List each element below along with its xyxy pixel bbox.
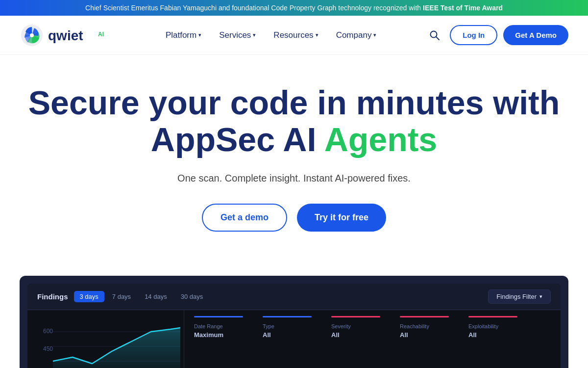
logo-text: qwiet AI bbox=[48, 26, 117, 45]
search-button[interactable] bbox=[425, 26, 444, 45]
exploitability-value: All bbox=[468, 331, 517, 339]
findings-section: Findings 3 days 7 days 14 days 30 days bbox=[37, 291, 209, 302]
hero-try-free-button[interactable]: Try it for free bbox=[297, 204, 386, 232]
dashboard-preview: Findings 3 days 7 days 14 days 30 days F… bbox=[20, 276, 568, 368]
hero-title-ai: AI bbox=[283, 121, 324, 158]
reachability-bar bbox=[400, 316, 449, 317]
severity-bar bbox=[331, 316, 380, 317]
reachability-value: All bbox=[400, 331, 449, 339]
dashboard-content: 600 450 bbox=[27, 310, 561, 368]
nav-platform[interactable]: Platform ▾ bbox=[158, 26, 209, 44]
nav-services[interactable]: Services ▾ bbox=[211, 26, 264, 44]
y-label-600: 600 bbox=[43, 328, 53, 335]
qwiet-logo: qwiet AI bbox=[20, 23, 44, 48]
svg-marker-11 bbox=[53, 328, 180, 368]
navbar-center: Platform ▾ Services ▾ Resources ▾ Compan… bbox=[158, 26, 385, 44]
company-chevron-icon: ▾ bbox=[373, 32, 376, 38]
hero-title-line2: AppSec bbox=[151, 121, 283, 158]
hero-cta-group: Get a demo Try it for free bbox=[20, 204, 568, 232]
top-banner: Chief Scientist Emeritus Fabian Yamaguch… bbox=[0, 0, 588, 16]
dashboard-header: Findings 3 days 7 days 14 days 30 days F… bbox=[27, 284, 561, 310]
type-label: Type bbox=[263, 323, 312, 329]
type-bar bbox=[263, 316, 312, 317]
findings-label: Findings bbox=[37, 292, 68, 301]
filter-type: Type All bbox=[263, 316, 312, 339]
nav-resources[interactable]: Resources ▾ bbox=[266, 26, 326, 44]
services-chevron-icon: ▾ bbox=[253, 32, 256, 38]
severity-value: All bbox=[331, 331, 380, 339]
date-range-bar bbox=[194, 316, 243, 317]
resources-chevron-icon: ▾ bbox=[316, 32, 318, 38]
filter-severity: Severity All bbox=[331, 316, 380, 339]
hero-title-line1: Secure your code in minutes with bbox=[28, 84, 560, 121]
reachability-label: Reachability bbox=[400, 323, 449, 329]
filter-row: Date Range Maximum Type All Severity All bbox=[194, 316, 551, 339]
exploitability-label: Exploitability bbox=[468, 323, 517, 329]
dashboard-inner: Findings 3 days 7 days 14 days 30 days F… bbox=[27, 284, 561, 368]
findings-filter-button[interactable]: Findings Filter ▾ bbox=[488, 289, 551, 304]
svg-text:AI: AI bbox=[98, 31, 104, 38]
exploitability-bar bbox=[468, 316, 517, 317]
hero-subtitle: One scan. Complete insight. Instant AI-p… bbox=[20, 173, 568, 184]
navbar: qwiet AI qwiet AI Platform ▾ Services ▾ … bbox=[0, 16, 588, 55]
navbar-left: qwiet AI qwiet AI bbox=[20, 23, 117, 48]
login-button[interactable]: Log In bbox=[450, 25, 497, 45]
search-icon bbox=[429, 30, 440, 41]
chart-area: 600 450 bbox=[27, 310, 184, 368]
get-demo-button[interactable]: Get A Demo bbox=[503, 25, 568, 45]
banner-text: Chief Scientist Emeritus Fabian Yamaguch… bbox=[85, 4, 423, 12]
filter-exploitability: Exploitability All bbox=[468, 316, 517, 339]
time-btn-30days[interactable]: 30 days bbox=[175, 291, 209, 302]
hero-title-agents: Agents bbox=[324, 121, 437, 158]
navbar-right: Log In Get A Demo bbox=[425, 25, 568, 45]
y-label-450: 450 bbox=[43, 345, 53, 352]
platform-chevron-icon: ▾ bbox=[198, 32, 201, 38]
time-filter-buttons: 3 days 7 days 14 days 30 days bbox=[74, 291, 209, 302]
type-value: All bbox=[263, 331, 312, 339]
filter-reachability: Reachability All bbox=[400, 316, 449, 339]
hero-get-demo-button[interactable]: Get a demo bbox=[202, 204, 287, 232]
findings-filter-label: Findings Filter bbox=[496, 293, 537, 300]
y-axis-labels: 600 450 bbox=[43, 328, 53, 352]
filter-date-range: Date Range Maximum bbox=[194, 316, 243, 339]
hero-title: Secure your code in minutes with AppSec … bbox=[20, 84, 568, 158]
nav-company[interactable]: Company ▾ bbox=[328, 26, 385, 44]
logo-link[interactable]: qwiet AI qwiet AI bbox=[20, 23, 117, 48]
time-btn-3days[interactable]: 3 days bbox=[74, 291, 104, 302]
filter-chevron-icon: ▾ bbox=[539, 293, 542, 300]
filters-area: Date Range Maximum Type All Severity All bbox=[184, 310, 561, 368]
svg-line-7 bbox=[436, 37, 439, 40]
banner-link[interactable]: IEEE Test of Time Award bbox=[423, 4, 503, 12]
time-btn-7days[interactable]: 7 days bbox=[106, 291, 137, 302]
svg-point-1 bbox=[30, 33, 34, 37]
date-range-label: Date Range bbox=[194, 323, 243, 329]
svg-text:qwiet: qwiet bbox=[48, 28, 83, 43]
date-range-value: Maximum bbox=[194, 331, 243, 339]
severity-label: Severity bbox=[331, 323, 380, 329]
time-btn-14days[interactable]: 14 days bbox=[139, 291, 173, 302]
findings-chart bbox=[53, 322, 180, 368]
hero-section: Secure your code in minutes with AppSec … bbox=[0, 55, 588, 276]
